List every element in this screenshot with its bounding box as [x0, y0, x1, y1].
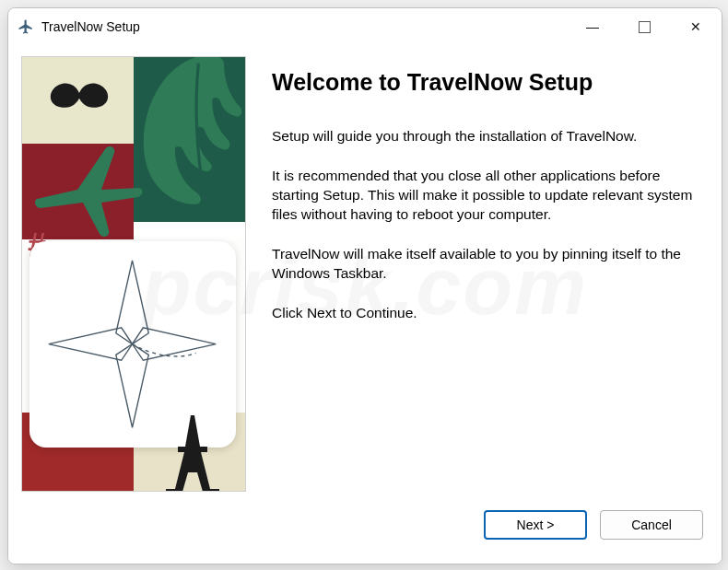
airplane-icon: [18, 18, 34, 35]
wizard-button-row: Next > Cancel: [8, 499, 722, 564]
minimize-button[interactable]: —: [567, 8, 618, 45]
compass-star-icon: [41, 253, 223, 435]
window-controls: — ✕: [567, 8, 722, 45]
mustache-icon: [35, 77, 123, 112]
next-button[interactable]: Next >: [484, 510, 587, 540]
setup-window: TravelNow Setup — ✕: [7, 7, 722, 564]
maximize-icon: [639, 21, 651, 33]
maximize-button[interactable]: [618, 8, 670, 45]
minimize-icon: —: [586, 19, 599, 34]
intro-paragraph-2: It is recommended that you close all oth…: [272, 167, 694, 225]
close-icon: ✕: [690, 19, 701, 34]
wizard-banner: #: [21, 56, 246, 492]
intro-paragraph-1: Setup will guide you through the install…: [272, 127, 694, 146]
window-title: TravelNow Setup: [41, 19, 140, 34]
client-area: # Welcome to T: [8, 45, 722, 503]
close-button[interactable]: ✕: [670, 8, 722, 45]
intro-paragraph-4: Click Next to Continue.: [272, 304, 694, 323]
monstera-leaf-icon: [133, 56, 246, 208]
wizard-content: Welcome to TravelNow Setup Setup will gu…: [246, 45, 722, 503]
cancel-button[interactable]: Cancel: [600, 510, 703, 540]
airplane-silhouette-icon: [33, 145, 144, 238]
eiffel-tower-icon: [160, 415, 225, 492]
intro-paragraph-3: TravelNow will make itself available to …: [272, 245, 694, 284]
page-heading: Welcome to TravelNow Setup: [272, 69, 694, 96]
titlebar: TravelNow Setup — ✕: [8, 8, 722, 45]
